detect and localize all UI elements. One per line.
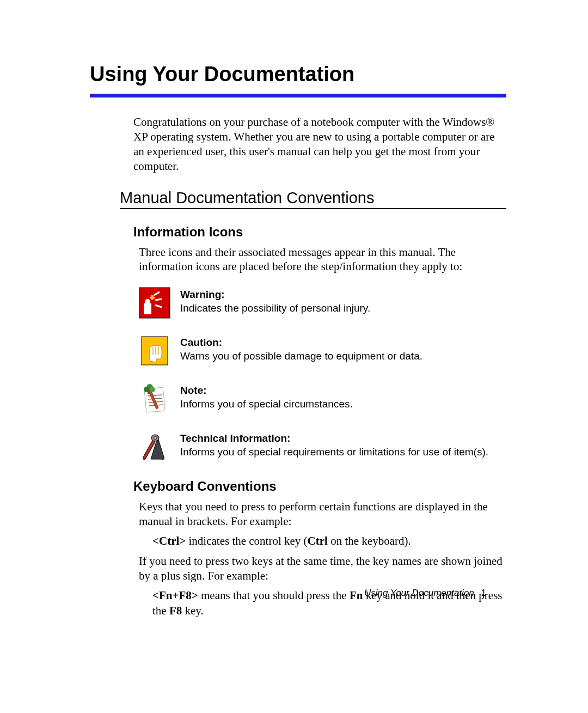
technical-desc: Informs you of special requirements or l… <box>180 446 488 458</box>
warning-label: Warning: <box>180 289 225 300</box>
section-rule <box>120 208 506 209</box>
warning-desc: Indicates the possibility of personal in… <box>180 302 370 314</box>
ex2-mid: means that you should press the <box>198 589 350 602</box>
technical-text: Technical Information: Informs you of sp… <box>180 431 488 459</box>
intro-paragraph: Congratulations on your purchase of a no… <box>133 115 506 174</box>
svg-rect-19 <box>148 391 150 394</box>
footer-title: Using Your Documentation <box>364 588 474 598</box>
svg-point-18 <box>150 387 155 392</box>
ex1-bold: Ctrl <box>308 534 328 547</box>
page-title: Using Your Documentation <box>90 63 506 86</box>
technical-icon <box>139 431 170 462</box>
info-icons-intro: Three icons and their associated message… <box>139 245 506 275</box>
title-rule <box>90 94 506 97</box>
svg-line-4 <box>155 299 162 300</box>
keyboard-heading: Keyboard Conventions <box>133 479 506 494</box>
svg-rect-7 <box>150 297 155 298</box>
note-text: Note: Informs you of special circumstanc… <box>180 383 353 411</box>
technical-label: Technical Information: <box>180 432 290 444</box>
note-label: Note: <box>180 385 207 396</box>
icon-block-warning: Warning: Indicates the possibility of pe… <box>139 287 506 319</box>
keyboard-p1: Keys that you need to press to perform c… <box>139 499 506 529</box>
info-icons-heading: Information Icons <box>133 224 506 240</box>
ex1-end: on the keyboard). <box>328 534 411 547</box>
footer-page-number: 1 <box>481 588 486 598</box>
svg-point-2 <box>145 299 150 304</box>
page-footer: Using Your Documentation 1 <box>364 588 486 599</box>
warning-text: Warning: Indicates the possibility of pe… <box>180 287 370 315</box>
icon-block-technical: Technical Information: Informs you of sp… <box>139 431 506 462</box>
ex1-key: <Ctrl> <box>152 534 186 547</box>
warning-icon <box>139 287 170 319</box>
svg-rect-1 <box>144 303 151 314</box>
section-heading: Manual Documentation Conventions <box>120 189 506 207</box>
caution-text: Caution: Warns you of possible damage to… <box>180 335 422 363</box>
ex2-key: <Fn+F8> <box>152 589 198 602</box>
caution-icon <box>139 335 170 367</box>
caution-label: Caution: <box>180 337 222 348</box>
ex2-b2: F8 <box>169 604 182 617</box>
icon-block-caution: Caution: Warns you of possible damage to… <box>139 335 506 367</box>
keyboard-ex1: <Ctrl> indicates the control key (Ctrl o… <box>152 533 506 549</box>
icon-block-note: Note: Informs you of special circumstanc… <box>139 383 506 415</box>
note-desc: Informs you of special circumstances. <box>180 398 353 410</box>
keyboard-p2: If you need to press two keys at the sam… <box>139 554 506 583</box>
caution-desc: Warns you of possible damage to equipmen… <box>180 350 422 362</box>
ex2-end: key. <box>182 604 203 617</box>
svg-point-21 <box>154 437 157 440</box>
ex2-b1: Fn <box>350 589 363 602</box>
ex1-mid: indicates the control key ( <box>186 534 307 547</box>
note-icon <box>139 383 170 415</box>
